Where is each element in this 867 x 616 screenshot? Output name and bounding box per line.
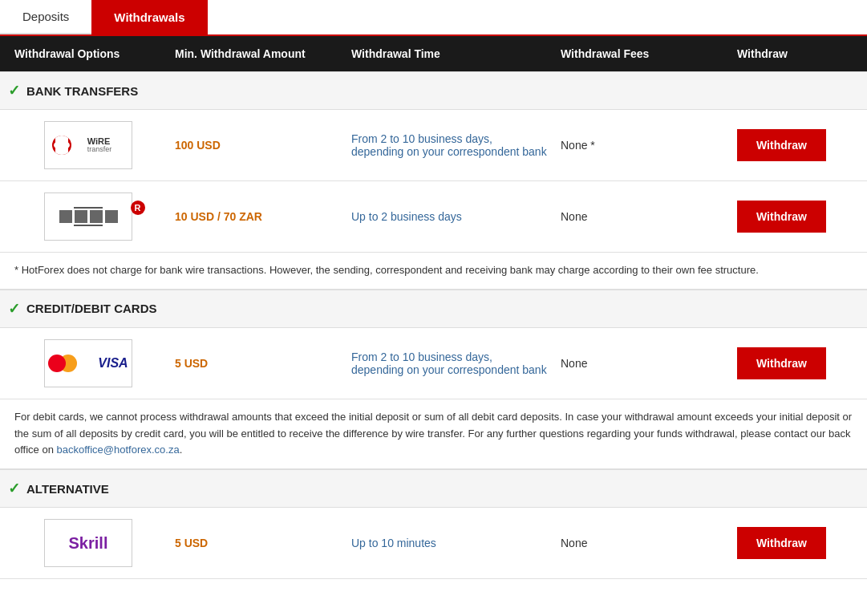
logo-cell-cards: VISA bbox=[8, 339, 168, 387]
fees-bankr: None bbox=[554, 210, 731, 223]
table-row: VISA 5 USD From 2 to 10 business days, d… bbox=[0, 328, 867, 399]
withdraw-cell-skrill: Withdraw bbox=[731, 527, 859, 559]
table-row: Skrill 5 USD Up to 10 minutes None Withd… bbox=[0, 508, 867, 579]
amount-wire: 100 USD bbox=[168, 139, 345, 152]
tab-bar: Deposits Withdrawals bbox=[0, 0, 867, 36]
check-icon-cards: ✓ bbox=[8, 300, 20, 318]
table-header: Withdrawal Options Min. Withdrawal Amoun… bbox=[0, 36, 867, 71]
section-alternative: ✓ ALTERNATIVE bbox=[0, 469, 867, 508]
section-title-cards: CREDIT/DEBIT CARDS bbox=[26, 302, 157, 315]
cards-note: For debit cards, we cannot process withd… bbox=[0, 399, 867, 469]
table-row: R 10 USD / 70 ZAR Up to 2 business days … bbox=[0, 181, 867, 253]
tab-deposits[interactable]: Deposits bbox=[0, 0, 91, 34]
col-header-fees: Withdrawal Fees bbox=[554, 47, 731, 60]
fees-wire: None * bbox=[554, 139, 731, 152]
skrill-logo-box: Skrill bbox=[44, 519, 132, 567]
email-link[interactable]: backoffice@hotforex.co.za bbox=[57, 444, 180, 456]
bank-note: * HotForex does not charge for bank wire… bbox=[0, 253, 867, 290]
check-icon-alternative: ✓ bbox=[8, 480, 20, 497]
time-bankr: Up to 2 business days bbox=[345, 210, 554, 223]
visa-logo-text: VISA bbox=[91, 356, 134, 371]
skrill-logo-text: Skrill bbox=[63, 534, 115, 553]
logo-cell-bankr: R bbox=[8, 192, 168, 241]
col-header-withdraw: Withdraw bbox=[731, 47, 859, 60]
tab-withdrawals[interactable]: Withdrawals bbox=[91, 0, 207, 34]
time-skrill: Up to 10 minutes bbox=[345, 537, 554, 549]
col-header-amount: Min. Withdrawal Amount bbox=[168, 47, 345, 60]
withdraw-cell-wire: Withdraw bbox=[731, 129, 859, 161]
fees-cards: None bbox=[554, 357, 731, 370]
check-icon-bank: ✓ bbox=[8, 82, 20, 99]
withdraw-button-skrill[interactable]: Withdraw bbox=[737, 527, 826, 559]
amount-skrill: 5 USD bbox=[168, 537, 345, 549]
mastercard-circle-left bbox=[48, 355, 66, 372]
card-logos: VISA bbox=[35, 355, 140, 372]
withdraw-cell-cards: Withdraw bbox=[731, 347, 859, 379]
section-title-alternative: ALTERNATIVE bbox=[26, 482, 109, 496]
withdraw-button-cards[interactable]: Withdraw bbox=[737, 347, 826, 379]
col-header-time: Withdrawal Time bbox=[345, 47, 554, 60]
amount-bankr: 10 USD / 70 ZAR bbox=[168, 210, 345, 223]
fees-skrill: None bbox=[554, 537, 731, 549]
section-bank-transfers: ✓ BANK TRANSFERS bbox=[0, 71, 867, 110]
bank-r-logo: R bbox=[44, 192, 132, 241]
mastercard-visa-logo: VISA bbox=[44, 339, 132, 387]
time-cards: From 2 to 10 business days, depending on… bbox=[345, 351, 554, 376]
time-wire: From 2 to 10 business days, depending on… bbox=[345, 132, 554, 158]
logo-cell-wire: WiRE transfer bbox=[8, 121, 168, 169]
table-row: WiRE transfer 100 USD From 2 to 10 busin… bbox=[0, 110, 867, 181]
section-credit-debit: ✓ CREDIT/DEBIT CARDS bbox=[0, 290, 867, 328]
col-header-options: Withdrawal Options bbox=[8, 47, 168, 60]
withdraw-cell-bankr: Withdraw bbox=[731, 201, 859, 233]
amount-cards: 5 USD bbox=[168, 357, 345, 370]
withdraw-button-wire[interactable]: Withdraw bbox=[737, 129, 826, 161]
withdraw-button-bankr[interactable]: Withdraw bbox=[737, 201, 826, 233]
wire-transfer-logo: WiRE transfer bbox=[44, 121, 132, 169]
logo-cell-skrill: Skrill bbox=[8, 519, 168, 567]
section-title-bank: BANK TRANSFERS bbox=[26, 84, 138, 98]
